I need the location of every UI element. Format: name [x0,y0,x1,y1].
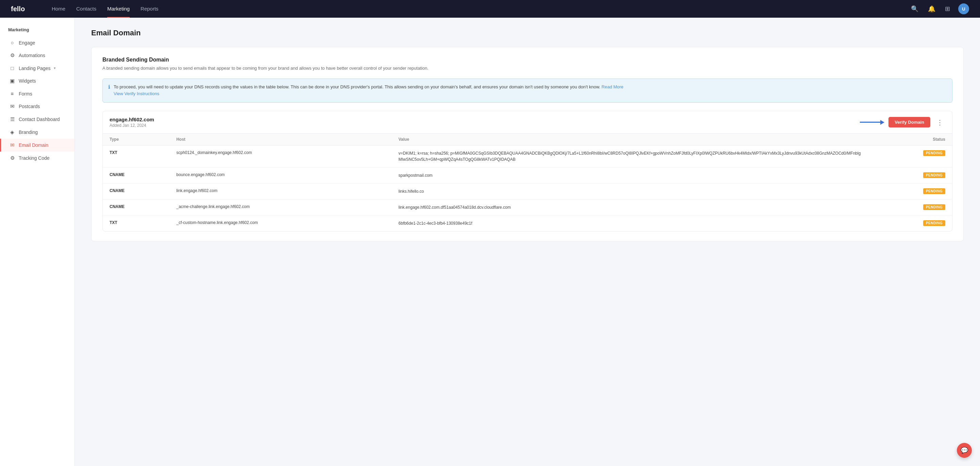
info-icon: ℹ [108,84,110,98]
main-layout: Marketing ○Engage⚙Automations□Landing Pa… [0,18,980,466]
status-badge: PENDING [923,150,945,156]
col-host: Host [169,133,392,146]
col-type: Type [103,133,169,146]
sidebar-icon-email-domain: ✉ [9,142,15,148]
sidebar-item-tracking-code[interactable]: ⚙Tracking Code [0,152,75,165]
grid-icon: ⊞ [945,5,950,13]
sidebar-label-widgets: Widgets [19,78,36,84]
section-title: Branded Sending Domain [102,57,953,63]
domain-added-date: Added Jan 12, 2024 [110,123,154,128]
sidebar-label-branding: Branding [19,130,38,135]
cell-status-0: PENDING [869,146,952,168]
sidebar-icon-tracking-code: ⚙ [9,155,15,161]
dns-table: Type Host Value Status TXTscph0124._doma… [103,133,952,231]
cell-value-1: sparkpostmail.com [392,168,869,184]
sidebar-item-email-domain[interactable]: ✉Email Domain [0,139,75,152]
cell-type-3: CNAME [103,200,169,216]
logo[interactable]: fello [11,5,31,13]
more-options-button[interactable]: ⋮ [934,117,945,127]
cell-status-2: PENDING [869,184,952,200]
sidebar-item-forms[interactable]: ≡Forms [0,87,75,100]
svg-text:fello: fello [11,5,25,13]
cell-value-4: 6bfb6de1-2c1c-4ec3-bfb4-130938e49c1f [392,216,869,231]
cell-status-4: PENDING [869,216,952,231]
cell-type-0: TXT [103,146,169,168]
cell-host-0: scph0124._domainkey.engage.hf602.com [169,146,392,168]
table-row: CNAME_acme-challenge.link.engage.hf602.c… [103,200,952,216]
sidebar-item-contact-dashboard[interactable]: ☰Contact Dashboard [0,113,75,126]
main-content: Email Domain Branded Sending Domain A br… [75,18,980,466]
status-badge: PENDING [923,220,945,226]
nav-links: HomeContactsMarketingReports [52,0,910,18]
apps-button[interactable]: ⊞ [943,4,951,14]
cell-status-3: PENDING [869,200,952,216]
sidebar-item-widgets[interactable]: ▣Widgets [0,74,75,87]
domain-actions: Verify Domain ⋮ [860,117,945,127]
info-main-text: To proceed, you will need to update your… [114,84,601,89]
chat-bubble-button[interactable]: 💬 [957,443,972,458]
cell-value-0: v=DKIM1; k=rsa; h=sha256; p=MIGfMA0GCSqG… [392,146,869,168]
nav-link-marketing[interactable]: Marketing [107,0,130,18]
cell-value-3: link.engage.hf602.com.df51aa04574a018d.d… [392,200,869,216]
table-row: CNAMEbounce.engage.hf602.comsparkpostmai… [103,168,952,184]
sidebar: Marketing ○Engage⚙Automations□Landing Pa… [0,18,75,466]
sidebar-item-postcards[interactable]: ✉Postcards [0,100,75,113]
search-button[interactable]: 🔍 [910,4,920,14]
search-icon: 🔍 [911,5,918,13]
table-row: TXT_cf-custom-hostname.link.engage.hf602… [103,216,952,231]
sidebar-label-email-domain: Email Domain [19,143,48,148]
cell-host-4: _cf-custom-hostname.link.engage.hf602.co… [169,216,392,231]
nav-actions: 🔍 🔔 ⊞ U [910,3,969,14]
verify-domain-button[interactable]: Verify Domain [888,117,930,127]
sidebar-icon-landing-pages: □ [9,65,15,71]
domain-info: engage.hf602.com Added Jan 12, 2024 [110,117,154,128]
cell-host-1: bounce.engage.hf602.com [169,168,392,184]
sidebar-icon-forms: ≡ [9,91,15,97]
sidebar-label-automations: Automations [19,53,45,58]
col-value: Value [392,133,869,146]
bell-icon: 🔔 [928,5,935,13]
arrow-line [860,122,880,123]
domain-header: engage.hf602.com Added Jan 12, 2024 Veri… [103,111,952,133]
domain-name: engage.hf602.com [110,117,154,122]
table-row: TXTscph0124._domainkey.engage.hf602.comv… [103,146,952,168]
nav-link-reports[interactable]: Reports [140,0,159,18]
cell-type-1: CNAME [103,168,169,184]
table-row: CNAMElink.engage.hf602.comlinks.hifello.… [103,184,952,200]
sidebar-label-contact-dashboard: Contact Dashboard [19,117,60,122]
verify-instructions-link[interactable]: View Verify Instructions [114,91,159,96]
sidebar-icon-contact-dashboard: ☰ [9,116,15,122]
sidebar-label-engage: Engage [19,40,35,46]
cell-type-2: CNAME [103,184,169,200]
sidebar-label-landing-pages: Landing Pages [19,66,50,71]
cell-host-3: _acme-challenge.link.engage.hf602.com [169,200,392,216]
sidebar-item-automations[interactable]: ⚙Automations [0,49,75,62]
section-description: A branded sending domain allows you to s… [102,65,953,72]
sidebar-icon-automations: ⚙ [9,52,15,59]
sidebar-item-landing-pages[interactable]: □Landing Pages▾ [0,62,75,74]
avatar[interactable]: U [958,3,969,14]
branded-domain-card: Branded Sending Domain A branded sending… [91,47,964,241]
info-box: ℹ To proceed, you will need to update yo… [102,79,953,103]
nav-link-home[interactable]: Home [52,0,65,18]
sidebar-icon-widgets: ▣ [9,78,15,84]
cell-host-2: link.engage.hf602.com [169,184,392,200]
read-more-link[interactable]: Read More [601,84,624,89]
status-badge: PENDING [923,188,945,194]
table-header-row: Type Host Value Status [103,133,952,146]
sidebar-label-tracking-code: Tracking Code [19,155,50,161]
domain-block: engage.hf602.com Added Jan 12, 2024 Veri… [102,111,953,231]
sidebar-label-forms: Forms [19,91,32,97]
status-badge: PENDING [923,204,945,210]
notifications-button[interactable]: 🔔 [927,4,937,14]
sidebar-section-title: Marketing [0,24,75,36]
sidebar-item-branding[interactable]: ◈Branding [0,126,75,139]
sidebar-icon-postcards: ✉ [9,103,15,109]
cell-status-1: PENDING [869,168,952,184]
chat-icon: 💬 [961,447,968,454]
nav-link-contacts[interactable]: Contacts [76,0,96,18]
sidebar-icon-engage: ○ [9,40,15,46]
sidebar-item-engage[interactable]: ○Engage [0,36,75,49]
arrow-head [880,120,885,125]
arrow-indicator [860,120,885,125]
